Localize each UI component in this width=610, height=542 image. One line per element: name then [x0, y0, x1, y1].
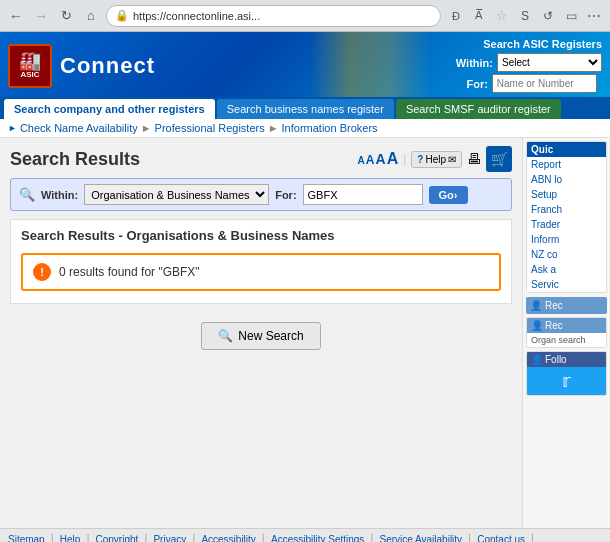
footer-sitemap[interactable]: Sitemap [8, 534, 45, 543]
alert-icon: ! [33, 263, 51, 281]
new-search-area: 🔍 New Search [10, 322, 512, 350]
help-label: Help [425, 154, 446, 165]
reader-view-button[interactable]: Đ [446, 6, 466, 26]
follow-box: 👤 Follo 𝕣 [526, 351, 607, 396]
sidebar-item-report[interactable]: Report [527, 157, 606, 172]
ext-button-1[interactable]: S [515, 6, 535, 26]
breadcrumb-item-0[interactable]: Check Name Availability [20, 122, 138, 134]
main-content: Search Results A A A A | ? Help ✉ 🖶 🛒 [0, 138, 522, 528]
page-header-row: Search Results A A A A | ? Help ✉ 🖶 🛒 [10, 146, 512, 172]
for-label-bar: For: [275, 189, 296, 201]
sidebar-item-servic[interactable]: Servic [527, 277, 606, 292]
footer-privacy[interactable]: Privacy [153, 534, 186, 543]
breadcrumbs: ► Check Name Availability ► Professional… [0, 119, 610, 138]
bookmark-button[interactable]: ☆ [492, 6, 512, 26]
rec-box-2-header: 👤 Rec [527, 318, 606, 333]
right-sidebar: Quic Report ABN lo Setup Franch Trader I… [522, 138, 610, 528]
footer: Sitemap | Help | Copyright | Privacy | A… [0, 528, 610, 542]
url-text: https://connectonline.asi... [133, 10, 432, 22]
translate-button[interactable]: A̅ [469, 6, 489, 26]
rec-box-2: 👤 Rec Organ search [526, 317, 607, 348]
tab-company-search[interactable]: Search company and other registers [4, 99, 215, 119]
sidebar-item-abn[interactable]: ABN lo [527, 172, 606, 187]
header-search-area: Search ASIC Registers Within: Select For… [456, 38, 602, 93]
main-wrapper: Search Results A A A A | ? Help ✉ 🖶 🛒 [0, 138, 610, 528]
font-btn-a2[interactable]: A [366, 153, 375, 167]
ext-button-2[interactable]: ↺ [538, 6, 558, 26]
asic-crest: 🏭 ASIC [8, 44, 52, 88]
for-label: For: [456, 78, 488, 90]
breadcrumb-separator-2: ► [268, 122, 279, 134]
browser-chrome: ← → ↻ ⌂ 🔒 https://connectonline.asi... Đ… [0, 0, 610, 32]
refresh-button[interactable]: ↻ [56, 6, 76, 26]
breadcrumb-item-1[interactable]: Professional Registers [155, 122, 265, 134]
sidebar-item-franch[interactable]: Franch [527, 202, 606, 217]
results-section-title: Search Results - Organisations & Busines… [21, 228, 501, 243]
within-select[interactable]: Select [497, 53, 602, 72]
rec-box-1[interactable]: 👤 Rec [526, 297, 607, 314]
asic-label: ASIC [20, 70, 39, 79]
back-button[interactable]: ← [6, 6, 26, 26]
twitter-area[interactable]: 𝕣 [527, 367, 606, 395]
twitter-icon: 𝕣 [562, 370, 571, 392]
sidebar-item-trader[interactable]: Trader [527, 217, 606, 232]
new-search-icon: 🔍 [218, 329, 233, 343]
alert-message: 0 results found for "GBFX" [59, 265, 200, 279]
search-icon-mag: 🔍 [19, 187, 35, 202]
font-btn-a4[interactable]: A [387, 150, 399, 168]
more-button[interactable]: ⋯ [584, 6, 604, 26]
ext-button-3[interactable]: ▭ [561, 6, 581, 26]
sidebar-item-inform[interactable]: Inform [527, 232, 606, 247]
follow-header: 👤 Follo [527, 352, 606, 367]
logo-area: 🏭 ASIC Connect [8, 44, 155, 88]
org-search-text: Organ search [527, 333, 606, 347]
sidebar-item-nz[interactable]: NZ co [527, 247, 606, 262]
home-button[interactable]: ⌂ [81, 6, 101, 26]
footer-accessibility-settings[interactable]: Accessibility Settings [271, 534, 364, 543]
new-search-label: New Search [238, 329, 303, 343]
font-btn-a1[interactable]: A [358, 155, 365, 166]
quick-links-box: Quic Report ABN lo Setup Franch Trader I… [526, 141, 607, 293]
search-filter-bar: 🔍 Within: Organisation & Business Names … [10, 178, 512, 211]
search-registers-title: Search ASIC Registers [456, 38, 602, 50]
browser-action-icons: Đ A̅ ☆ S ↺ ▭ ⋯ [446, 6, 604, 26]
sidebar-item-setup[interactable]: Setup [527, 187, 606, 202]
font-size-controls: A A A A [358, 150, 399, 168]
within-label: Within: [456, 57, 493, 69]
social-icon: 👤 [531, 354, 543, 365]
nav-tabs: Search company and other registers Searc… [0, 97, 610, 119]
footer-contact-us[interactable]: Contact us [477, 534, 525, 543]
font-btn-a3[interactable]: A [376, 151, 386, 167]
quick-links-header: Quic [527, 142, 606, 157]
print-button[interactable]: 🖶 [467, 151, 481, 167]
tab-business-names[interactable]: Search business names register [217, 99, 394, 119]
go-button[interactable]: Go› [429, 186, 468, 204]
within-select-bar[interactable]: Organisation & Business Names [84, 184, 269, 205]
question-icon: ? [417, 154, 423, 165]
envelope-icon: ✉ [448, 154, 456, 165]
footer-accessibility[interactable]: Accessibility [201, 534, 255, 543]
results-section: Search Results - Organisations & Busines… [10, 219, 512, 304]
quick-links-items: Report ABN lo Setup Franch Trader Inform… [527, 157, 606, 292]
for-input-bar[interactable] [303, 184, 423, 205]
sidebar-item-ask[interactable]: Ask a [527, 262, 606, 277]
for-input[interactable] [492, 74, 597, 93]
cart-button[interactable]: 🛒 [486, 146, 512, 172]
help-button[interactable]: ? Help ✉ [411, 151, 462, 168]
person-icon-2: 👤 [531, 320, 543, 331]
breadcrumb-item-2[interactable]: Information Brokers [282, 122, 378, 134]
footer-copyright[interactable]: Copyright [96, 534, 139, 543]
footer-service-availability[interactable]: Service Availability [379, 534, 462, 543]
tab-smsf-auditor[interactable]: Search SMSF auditor register [396, 99, 561, 119]
divider: | [403, 152, 406, 166]
no-results-alert: ! 0 results found for "GBFX" [21, 253, 501, 291]
site-title: Connect [60, 55, 155, 77]
forward-button[interactable]: → [31, 6, 51, 26]
address-bar[interactable]: 🔒 https://connectonline.asi... [106, 5, 441, 27]
header-tools: A A A A | ? Help ✉ 🖶 🛒 [358, 146, 512, 172]
breadcrumb-separator-1: ► [141, 122, 152, 134]
person-icon-1: 👤 [530, 300, 542, 311]
breadcrumb-arrow-0: ► [8, 123, 17, 133]
footer-help[interactable]: Help [60, 534, 81, 543]
new-search-button[interactable]: 🔍 New Search [201, 322, 320, 350]
